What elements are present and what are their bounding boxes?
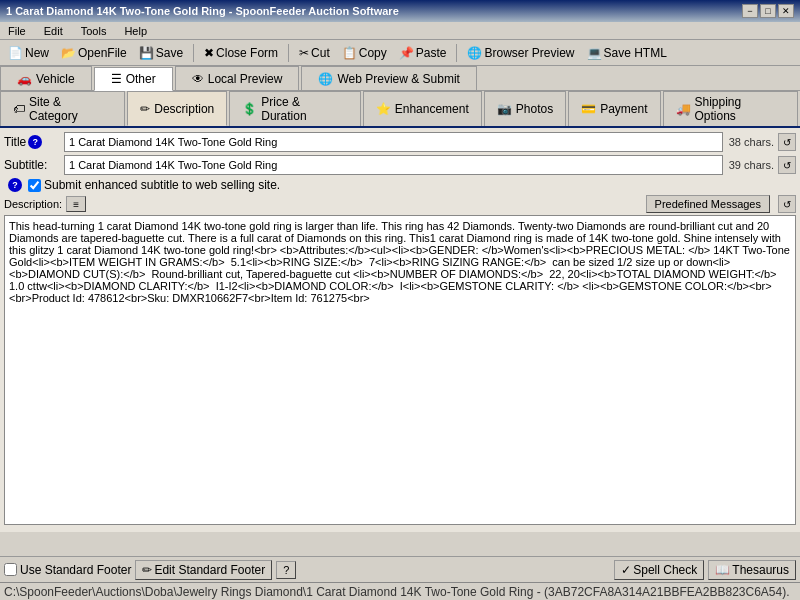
- close-form-button[interactable]: ✖ Close Form: [200, 44, 282, 62]
- bottom-bar: Use Standard Footer ✏ Edit Standard Foot…: [0, 556, 800, 582]
- thesaurus-button[interactable]: 📖 Thesaurus: [708, 560, 796, 580]
- menu-file[interactable]: File: [4, 24, 30, 38]
- title-char-count: 38 chars.: [723, 136, 778, 148]
- new-icon: 📄: [8, 46, 23, 60]
- tab-shipping[interactable]: 🚚 Shipping Options: [663, 91, 798, 126]
- submit-enhanced-row: ? Submit enhanced subtitle to web sellin…: [4, 178, 796, 192]
- copy-icon: 📋: [342, 46, 357, 60]
- description-textarea[interactable]: This head-turning 1 carat Diamond 14K tw…: [4, 215, 796, 525]
- edit-standard-footer-button[interactable]: ✏ Edit Standard Footer: [135, 560, 272, 580]
- tab-vehicle[interactable]: 🚗 Vehicle: [0, 66, 92, 90]
- browser-preview-button[interactable]: 🌐 Browser Preview: [463, 44, 578, 62]
- cut-icon: ✂: [299, 46, 309, 60]
- toolbar-separator-3: [456, 44, 457, 62]
- web-preview-icon: 🌐: [318, 72, 333, 86]
- title-help-icon[interactable]: ?: [28, 135, 42, 149]
- tab-local-preview[interactable]: 👁 Local Preview: [175, 66, 300, 90]
- window-controls: − □ ✕: [742, 4, 794, 18]
- status-bar: C:\SpoonFeeder\Auctions\Doba\Jewelry Rin…: [0, 582, 800, 600]
- predefined-messages-button[interactable]: Predefined Messages: [646, 195, 770, 213]
- description-list-button[interactable]: ≡: [66, 196, 86, 212]
- maximize-button[interactable]: □: [760, 4, 776, 18]
- html-icon: 💻: [587, 46, 602, 60]
- enhancement-icon: ⭐: [376, 102, 391, 116]
- description-label: Description:: [4, 198, 62, 210]
- subtitle-help-icon[interactable]: ?: [8, 178, 22, 192]
- tab-web-preview[interactable]: 🌐 Web Preview & Submit: [301, 66, 477, 90]
- spell-check-button[interactable]: ✓ Spell Check: [614, 560, 704, 580]
- submit-enhanced-checkbox[interactable]: [28, 179, 41, 192]
- subtitle-reset-button[interactable]: ↺: [778, 156, 796, 174]
- subtitle-char-count: 39 chars.: [723, 159, 778, 171]
- title-reset-button[interactable]: ↺: [778, 133, 796, 151]
- thesaurus-icon: 📖: [715, 563, 730, 577]
- photos-icon: 📷: [497, 102, 512, 116]
- spell-check-icon: ✓: [621, 563, 631, 577]
- submit-enhanced-label[interactable]: Submit enhanced subtitle to web selling …: [28, 178, 280, 192]
- menu-help[interactable]: Help: [120, 24, 151, 38]
- new-button[interactable]: 📄 New: [4, 44, 53, 62]
- save-icon: 💾: [139, 46, 154, 60]
- tab-row-1: 🚗 Vehicle ☰ Other 👁 Local Preview 🌐 Web …: [0, 66, 800, 91]
- tab-row-2: 🏷 Site & Category ✏ Description 💲 Price …: [0, 91, 800, 128]
- toolbar: 📄 New 📂 OpenFile 💾 Save ✖ Close Form ✂ C…: [0, 40, 800, 66]
- shipping-icon: 🚚: [676, 102, 691, 116]
- description-reset-button[interactable]: ↺: [778, 195, 796, 213]
- title-input[interactable]: [64, 132, 723, 152]
- site-category-icon: 🏷: [13, 102, 25, 116]
- cut-button[interactable]: ✂ Cut: [295, 44, 334, 62]
- menu-edit[interactable]: Edit: [40, 24, 67, 38]
- close-icon: ✖: [204, 46, 214, 60]
- close-window-button[interactable]: ✕: [778, 4, 794, 18]
- open-icon: 📂: [61, 46, 76, 60]
- title-bar: 1 Carat Diamond 14K Two-Tone Gold Ring -…: [0, 0, 800, 22]
- tab-site-category[interactable]: 🏷 Site & Category: [0, 91, 125, 126]
- open-file-button[interactable]: 📂 OpenFile: [57, 44, 131, 62]
- menu-bar: File Edit Tools Help: [0, 22, 800, 40]
- status-path: C:\SpoonFeeder\Auctions\Doba\Jewelry Rin…: [4, 585, 790, 599]
- title-row: Title ? 38 chars. ↺: [4, 132, 796, 152]
- main-content: Title ? 38 chars. ↺ Subtitle: 39 chars. …: [0, 128, 800, 532]
- tab-price-duration[interactable]: 💲 Price & Duration: [229, 91, 360, 126]
- tab-description[interactable]: ✏ Description: [127, 91, 227, 126]
- payment-icon: 💳: [581, 102, 596, 116]
- copy-button[interactable]: 📋 Copy: [338, 44, 391, 62]
- use-standard-footer-label[interactable]: Use Standard Footer: [4, 563, 131, 577]
- description-icon: ✏: [140, 102, 150, 116]
- edit-footer-icon: ✏: [142, 563, 152, 577]
- bottom-right: ✓ Spell Check 📖 Thesaurus: [614, 560, 796, 580]
- other-icon: ☰: [111, 72, 122, 86]
- tab-photos[interactable]: 📷 Photos: [484, 91, 566, 126]
- toolbar-separator-1: [193, 44, 194, 62]
- tab-other[interactable]: ☰ Other: [94, 67, 173, 91]
- subtitle-input[interactable]: [64, 155, 723, 175]
- subtitle-label: Subtitle:: [4, 158, 64, 172]
- save-html-button[interactable]: 💻 Save HTML: [583, 44, 671, 62]
- bottom-help-button[interactable]: ?: [276, 561, 296, 579]
- window-title: 1 Carat Diamond 14K Two-Tone Gold Ring -…: [6, 5, 399, 17]
- save-button[interactable]: 💾 Save: [135, 44, 187, 62]
- local-preview-icon: 👁: [192, 72, 204, 86]
- tab-enhancement[interactable]: ⭐ Enhancement: [363, 91, 482, 126]
- menu-tools[interactable]: Tools: [77, 24, 111, 38]
- paste-button[interactable]: 📌 Paste: [395, 44, 451, 62]
- subtitle-row: Subtitle: 39 chars. ↺: [4, 155, 796, 175]
- paste-icon: 📌: [399, 46, 414, 60]
- tab-payment[interactable]: 💳 Payment: [568, 91, 660, 126]
- toolbar-separator-2: [288, 44, 289, 62]
- vehicle-icon: 🚗: [17, 72, 32, 86]
- price-icon: 💲: [242, 102, 257, 116]
- minimize-button[interactable]: −: [742, 4, 758, 18]
- bottom-left: Use Standard Footer ✏ Edit Standard Foot…: [4, 560, 296, 580]
- title-label: Title ?: [4, 135, 64, 149]
- browser-icon: 🌐: [467, 46, 482, 60]
- use-standard-footer-checkbox[interactable]: [4, 563, 17, 576]
